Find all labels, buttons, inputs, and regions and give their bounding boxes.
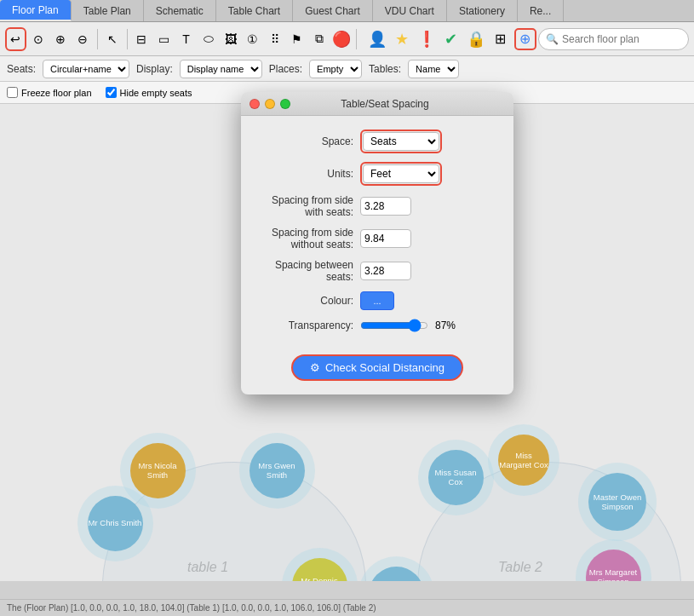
spacing-side-no-seats-row: Spacing from side without seats: — [258, 227, 496, 250]
seat-8[interactable]: Miss Susan Cox — [428, 450, 484, 505]
zoom-in-button[interactable]: ⊕ — [50, 27, 71, 51]
seat-0[interactable]: Mrs Nicola Smith — [130, 443, 186, 498]
seats-select[interactable]: Circular+name — [43, 60, 129, 78]
search-input[interactable] — [562, 33, 681, 45]
spacing-side-seats-input[interactable] — [360, 197, 411, 216]
hide-empty-label[interactable]: Hide empty seats — [106, 87, 192, 98]
colour-button[interactable]: ... — [360, 291, 394, 310]
transparency-slider[interactable] — [360, 319, 428, 332]
dots-tool[interactable]: ⠿ — [265, 27, 285, 51]
places-label: Places: — [269, 63, 302, 75]
separator1 — [97, 29, 98, 49]
exclaim-icon[interactable]: ❗ — [416, 28, 438, 50]
units-label: Units: — [258, 168, 360, 180]
transparency-value: 87% — [435, 320, 456, 331]
tab-stationery[interactable]: Stationery — [447, 0, 518, 21]
spacing-between-input[interactable] — [360, 262, 411, 280]
shape-tool[interactable]: ⬭ — [198, 27, 219, 51]
dialog-body: Space: Seats Tables Units: Feet Metres — [241, 116, 513, 354]
image-tool[interactable]: 🖼 — [221, 27, 241, 51]
units-select[interactable]: Feet Metres — [363, 164, 439, 183]
dialog-close-btn[interactable] — [249, 99, 260, 109]
search-box: 🔍 — [538, 28, 689, 50]
spacing-between-row: Spacing between seats: — [258, 259, 496, 283]
spacing-side-no-seats-input[interactable] — [360, 229, 411, 248]
select-tool[interactable]: ↖ — [102, 27, 123, 51]
dialog-titlebar: Table/Seat Spacing — [241, 92, 513, 116]
transparency-row: Transparency: 87% — [258, 319, 496, 332]
zoom-out-button[interactable]: ⊖ — [72, 27, 93, 51]
check-social-distancing-button[interactable]: ⚙ Check Social Distancing — [291, 354, 463, 381]
tab-schematic[interactable]: Schematic — [144, 0, 216, 21]
tables-label: Tables: — [369, 63, 401, 75]
seat-9[interactable]: Miss Margaret Cox — [498, 435, 549, 486]
seat-4[interactable]: Mrs Gwen Smith — [249, 443, 305, 498]
dialog-title: Table/Seat Spacing — [265, 98, 505, 110]
lock-icon[interactable]: 🔒 — [465, 28, 487, 50]
grid-icon[interactable]: ⊞ — [490, 28, 512, 50]
space-row: Space: Seats Tables — [258, 130, 496, 153]
tab-table-chart[interactable]: Table Chart — [216, 0, 293, 21]
spacing-side-seats-label: Spacing from side with seats: — [258, 194, 360, 218]
space-select[interactable]: Seats Tables — [363, 132, 439, 151]
icon-group: 👤 ★ ❗ ✔ 🔒 ⊞ ⊕ — [366, 28, 536, 50]
seat-10[interactable]: Master Owen Simpson — [588, 473, 646, 531]
freeze-checkbox[interactable] — [7, 87, 18, 98]
color-tool[interactable]: 🔴 — [331, 27, 352, 51]
tab-floor-plan[interactable]: Floor Plan — [0, 0, 72, 21]
display-select[interactable]: Display name — [180, 60, 262, 78]
stack-tool[interactable]: ⧉ — [309, 27, 330, 51]
spacing-side-no-seats-label: Spacing from side without seats: — [258, 227, 360, 250]
tab-guest-chart[interactable]: Guest Chart — [293, 0, 373, 21]
gear-icon: ⚙ — [310, 361, 320, 374]
undo-button[interactable]: ↩ — [5, 27, 26, 51]
table-seat-spacing-dialog[interactable]: Table/Seat Spacing Space: Seats Tables U… — [241, 92, 513, 394]
colour-label: Colour: — [258, 295, 360, 307]
status-bar: The (Floor Plan) [1.0, 0.0, 0.0, 1.0, 18… — [0, 599, 694, 616]
check-icon[interactable]: ✔ — [440, 28, 462, 50]
freeze-label[interactable]: Freeze floor plan — [7, 87, 92, 98]
hide-empty-checkbox[interactable] — [106, 87, 117, 98]
seat-1[interactable]: Mr Chris Smith — [88, 496, 143, 551]
transparency-label: Transparency: — [258, 320, 360, 331]
ruler-tool[interactable]: ⊟ — [131, 27, 152, 51]
tab-vdu-chart[interactable]: VDU Chart — [373, 0, 447, 21]
star-icon[interactable]: ★ — [391, 28, 413, 50]
flag-tool[interactable]: ⚑ — [287, 27, 307, 51]
separator3 — [356, 29, 357, 49]
tables-select[interactable]: Name — [408, 60, 459, 78]
display-label: Display: — [136, 63, 173, 75]
rect-tool[interactable]: ▭ — [153, 27, 174, 51]
text-tool[interactable]: T — [176, 27, 197, 51]
colour-row: Colour: ... — [258, 291, 496, 310]
spacing-side-seats-row: Spacing from side with seats: — [258, 194, 496, 218]
units-row: Units: Feet Metres — [258, 162, 496, 186]
spacing-icon[interactable]: ⊕ — [514, 28, 536, 50]
transparency-control: 87% — [360, 319, 456, 332]
space-select-highlighted: Seats Tables — [360, 130, 442, 153]
toolbar: ↩ ⊙ ⊕ ⊖ ↖ ⊟ ▭ T ⬭ 🖼 ① ⠿ ⚑ ⧉ 🔴 👤 ★ ❗ ✔ 🔒 … — [0, 22, 694, 56]
places-select[interactable]: Empty — [309, 60, 362, 78]
person-icon: 👤 — [366, 28, 388, 50]
separator2 — [127, 29, 128, 49]
seats-label: Seats: — [7, 63, 36, 75]
tab-re[interactable]: Re... — [518, 0, 564, 21]
tab-table-plan[interactable]: Table Plan — [72, 0, 144, 21]
spacing-between-label: Spacing between seats: — [258, 259, 360, 283]
search-icon: 🔍 — [546, 33, 559, 45]
zoom-fit-button[interactable]: ⊙ — [28, 27, 49, 51]
options-bar: Seats: Circular+name Display: Display na… — [0, 56, 694, 82]
number-tool[interactable]: ① — [243, 27, 263, 51]
tab-bar: Floor Plan Table Plan Schematic Table Ch… — [0, 0, 694, 22]
units-select-highlighted: Feet Metres — [360, 162, 442, 186]
space-label: Space: — [258, 135, 360, 147]
dialog-footer: ⚙ Check Social Distancing — [241, 354, 513, 394]
